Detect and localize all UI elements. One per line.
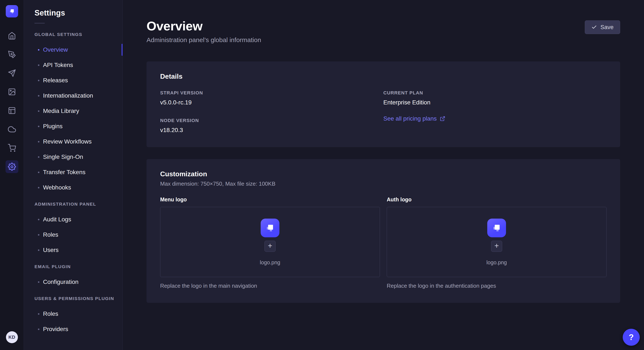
deploy-cloud-icon[interactable] [6, 123, 18, 136]
auth-logo-add-button[interactable]: + [491, 241, 502, 252]
sidebar-item-api-tokens[interactable]: API Tokens [24, 57, 122, 73]
sidebar-item-label: Single Sign-On [43, 154, 83, 160]
menu-logo-upload: Menu logo + logo.png Replace the logo in… [160, 196, 380, 289]
strapi-version-label: STRAPI VERSION [160, 90, 383, 96]
menu-logo-preview [261, 219, 280, 237]
pricing-plans-link-label: See all pricing plans [383, 115, 437, 122]
bullet-icon [38, 80, 40, 81]
strapi-mark-icon [492, 223, 502, 233]
sidebar-item-label: Overview [43, 46, 68, 53]
section-global-settings: GLOBAL SETTINGS [24, 27, 122, 42]
sidebar-item-label: Audit Logs [43, 216, 71, 223]
content-manager-icon[interactable] [6, 48, 18, 61]
media-library-icon[interactable] [6, 85, 18, 98]
save-button-label: Save [600, 24, 614, 31]
content-type-builder-icon[interactable] [6, 104, 18, 117]
sidebar-item-single-sign-on[interactable]: Single Sign-On [24, 149, 122, 165]
sidebar-item-label: Providers [43, 326, 68, 333]
auth-logo-label: Auth logo [387, 196, 606, 203]
menu-logo-dropzone[interactable]: + logo.png [160, 207, 380, 277]
avatar[interactable]: KD [6, 331, 18, 343]
marketplace-icon[interactable] [6, 142, 18, 154]
sidebar-item-up-providers[interactable]: Providers [24, 322, 122, 337]
bullet-icon [38, 156, 40, 158]
bullet-icon [38, 110, 40, 112]
page-title: Overview [146, 19, 261, 33]
check-icon [592, 24, 597, 30]
menu-logo-add-button[interactable]: + [264, 241, 276, 252]
settings-sidebar: Settings GLOBAL SETTINGS Overview API To… [24, 0, 123, 350]
section-email-plugin: EMAIL PLUGIN [24, 259, 122, 274]
strapi-version-value: v5.0.0-rc.19 [160, 99, 192, 106]
sidebar-item-label: Plugins [43, 123, 62, 130]
sidebar-item-up-roles[interactable]: Roles [24, 306, 122, 322]
customization-card: Customization Max dimension: 750×750, Ma… [146, 159, 620, 303]
sidebar-item-label: Webhooks [43, 184, 71, 191]
save-button[interactable]: Save [585, 20, 620, 34]
sidebar-item-webhooks[interactable]: Webhooks [24, 180, 122, 195]
bullet-icon [38, 219, 40, 220]
current-plan-value: Enterprise Edition [383, 99, 430, 106]
node-version-label: NODE VERSION [160, 118, 383, 123]
strapi-logo[interactable] [6, 5, 18, 17]
bullet-icon [38, 329, 40, 330]
details-card: Details STRAPI VERSION v5.0.0-rc.19 CURR… [146, 61, 620, 147]
bullet-icon [38, 172, 40, 173]
menu-logo-hint: Replace the logo in the main navigation [160, 283, 380, 289]
sidebar-item-label: Roles [43, 231, 58, 238]
menu-logo-filename: logo.png [260, 259, 280, 266]
main-nav-rail: KD [0, 0, 24, 350]
bullet-icon [38, 95, 40, 97]
bullet-icon [38, 234, 40, 236]
sidebar-item-label: API Tokens [43, 62, 73, 68]
bullet-icon [38, 141, 40, 143]
customization-title: Customization [160, 170, 606, 178]
current-plan-field: CURRENT PLAN Enterprise Edition See all … [383, 90, 606, 134]
help-button[interactable]: ? [623, 329, 640, 346]
sidebar-item-label: Review Workflows [43, 138, 92, 145]
auth-logo-hint: Replace the logo in the authentication p… [387, 283, 606, 289]
sidebar-item-internationalization[interactable]: Internationalization [24, 88, 122, 103]
sidebar-item-plugins[interactable]: Plugins [24, 119, 122, 134]
bullet-icon [38, 126, 40, 127]
sidebar-title: Settings [24, 8, 122, 17]
strapi-mark-icon [265, 223, 275, 233]
bullet-icon [38, 281, 40, 283]
current-plan-label: CURRENT PLAN [383, 90, 606, 96]
customization-subtitle: Max dimension: 750×750, Max file size: 1… [160, 180, 606, 187]
page-subtitle: Administration panel’s global informatio… [146, 36, 261, 44]
sidebar-item-label: Internationalization [43, 92, 93, 99]
page-header: Overview Administration panel’s global i… [146, 19, 620, 44]
settings-icon[interactable] [6, 160, 18, 173]
sidebar-item-label: Releases [43, 77, 68, 84]
sidebar-item-label: Roles [43, 311, 58, 317]
auth-logo-dropzone[interactable]: + logo.png [387, 207, 606, 277]
strapi-version-field: STRAPI VERSION v5.0.0-rc.19 [160, 90, 383, 106]
sidebar-item-overview[interactable]: Overview [24, 42, 122, 57]
bullet-icon [38, 249, 40, 251]
auth-logo-preview [487, 219, 506, 237]
sidebar-item-label: Users [43, 247, 58, 253]
auth-logo-filename: logo.png [486, 259, 507, 266]
logo-uploads: Menu logo + logo.png Replace the logo in… [160, 196, 606, 289]
menu-logo-label: Menu logo [160, 196, 380, 203]
sidebar-item-admin-roles[interactable]: Roles [24, 227, 122, 242]
sidebar-item-releases[interactable]: Releases [24, 73, 122, 88]
sidebar-item-label: Media Library [43, 108, 79, 114]
sidebar-item-admin-users[interactable]: Users [24, 242, 122, 258]
sidebar-item-email-configuration[interactable]: Configuration [24, 274, 122, 290]
rail-nav [6, 29, 18, 173]
main-content: Overview Administration panel’s global i… [123, 0, 644, 350]
sidebar-item-transfer-tokens[interactable]: Transfer Tokens [24, 165, 122, 180]
home-icon[interactable] [6, 29, 18, 42]
pricing-plans-link[interactable]: See all pricing plans [383, 115, 445, 122]
sidebar-item-audit-logs[interactable]: Audit Logs [24, 212, 122, 227]
sidebar-item-review-workflows[interactable]: Review Workflows [24, 134, 122, 149]
sidebar-item-media-library[interactable]: Media Library [24, 103, 122, 119]
strapi-mark-icon [9, 8, 15, 14]
releases-icon[interactable] [6, 67, 18, 80]
node-version-value: v18.20.3 [160, 127, 183, 133]
bullet-icon [38, 313, 40, 315]
title-divider [34, 23, 45, 23]
bullet-icon [38, 64, 40, 66]
